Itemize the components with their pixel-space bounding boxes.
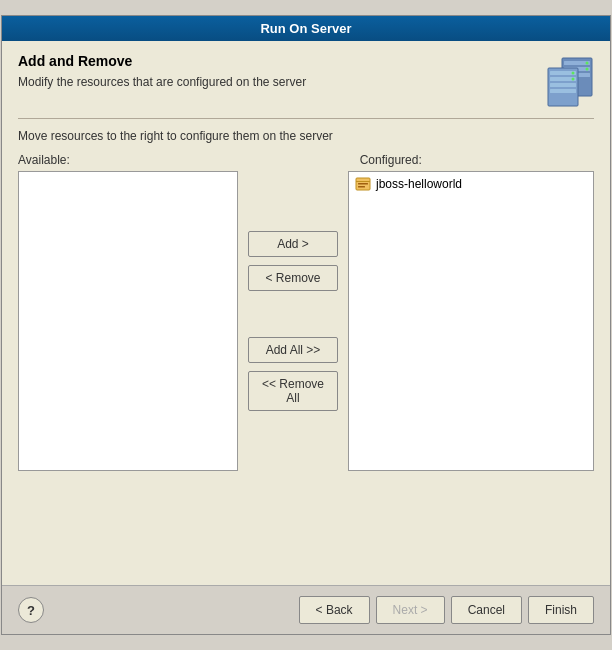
svg-point-12 — [572, 78, 575, 81]
action-buttons: Add > < Remove Add All >> << Remove All — [238, 171, 348, 471]
svg-rect-14 — [356, 181, 370, 182]
remove-button[interactable]: < Remove — [248, 265, 338, 291]
svg-rect-9 — [550, 83, 576, 87]
available-label: Available: — [18, 153, 252, 167]
svg-rect-16 — [358, 186, 365, 188]
window-title: Run On Server — [260, 21, 351, 36]
divider — [18, 118, 594, 119]
header-text: Add and Remove Modify the resources that… — [18, 53, 306, 89]
svg-point-4 — [586, 62, 589, 65]
cancel-button[interactable]: Cancel — [451, 596, 522, 624]
finish-button[interactable]: Finish — [528, 596, 594, 624]
spacer — [252, 153, 359, 167]
svg-point-5 — [586, 68, 589, 71]
svg-rect-10 — [550, 89, 576, 93]
next-button[interactable]: Next > — [376, 596, 445, 624]
add-all-button[interactable]: Add All >> — [248, 337, 338, 363]
available-list — [18, 171, 238, 471]
svg-rect-15 — [358, 183, 368, 185]
title-bar: Run On Server — [2, 16, 610, 41]
svg-point-11 — [572, 72, 575, 75]
instruction-text: Move resources to the right to configure… — [18, 129, 594, 143]
add-button[interactable]: Add > — [248, 231, 338, 257]
remove-all-button[interactable]: << Remove All — [248, 371, 338, 411]
configured-label: Configured: — [360, 153, 594, 167]
header-section: Add and Remove Modify the resources that… — [18, 53, 594, 108]
bottom-bar: ? < Back Next > Cancel Finish — [2, 585, 610, 634]
section-description: Modify the resources that are configured… — [18, 75, 306, 89]
panels-row: Add > < Remove Add All >> << Remove All … — [18, 171, 594, 573]
labels-row: Available: Configured: — [18, 153, 594, 167]
list-item: jboss-helloworld — [349, 172, 593, 196]
configured-list: jboss-helloworld — [348, 171, 594, 471]
back-button[interactable]: < Back — [299, 596, 370, 624]
project-icon — [355, 176, 371, 192]
run-on-server-window: Run On Server Add and Remove Modify the … — [1, 15, 611, 635]
help-button[interactable]: ? — [18, 597, 44, 623]
server-icon — [544, 53, 594, 108]
configured-item-label: jboss-helloworld — [376, 177, 462, 191]
content-area: Add and Remove Modify the resources that… — [2, 41, 610, 585]
section-title: Add and Remove — [18, 53, 306, 69]
